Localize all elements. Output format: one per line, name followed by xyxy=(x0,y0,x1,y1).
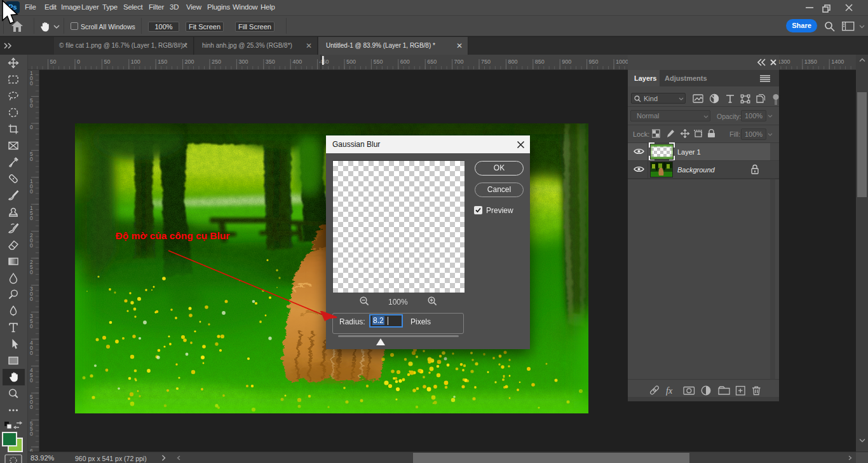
svg-text:0: 0 xyxy=(30,124,33,130)
svg-text:0: 0 xyxy=(30,323,33,329)
svg-text:0: 0 xyxy=(30,350,33,356)
svg-text:600: 600 xyxy=(400,59,410,65)
svg-text:800: 800 xyxy=(508,59,517,65)
svg-text:fx: fx xyxy=(666,386,673,396)
svg-text:650: 650 xyxy=(427,59,437,65)
svg-text:0: 0 xyxy=(30,242,33,249)
svg-text:1300: 1300 xyxy=(777,59,790,65)
svg-text:350: 350 xyxy=(266,59,275,65)
svg-text:700: 700 xyxy=(454,59,464,65)
svg-text:850: 850 xyxy=(535,59,545,65)
svg-text:0: 0 xyxy=(30,80,33,86)
svg-text:100: 100 xyxy=(131,59,140,65)
svg-text:Độ mờ của công cụ Blur: Độ mờ của công cụ Blur xyxy=(116,230,230,241)
svg-text:0: 0 xyxy=(30,404,33,410)
svg-text:50: 50 xyxy=(104,59,110,65)
svg-text:1400: 1400 xyxy=(831,59,844,65)
svg-text:0: 0 xyxy=(30,377,33,384)
svg-text:150: 150 xyxy=(158,59,167,65)
svg-text:1350: 1350 xyxy=(804,59,817,65)
svg-text:900: 900 xyxy=(562,59,571,65)
svg-text:0: 0 xyxy=(30,188,33,195)
svg-text:0: 0 xyxy=(30,215,33,221)
svg-text:0: 0 xyxy=(30,296,33,302)
svg-text:400: 400 xyxy=(292,59,302,65)
svg-text:0: 0 xyxy=(30,431,33,437)
svg-text:0: 0 xyxy=(30,269,33,275)
svg-text:1000: 1000 xyxy=(616,59,628,65)
svg-text:950: 950 xyxy=(589,59,599,65)
svg-text:500: 500 xyxy=(346,59,356,65)
svg-text:750: 750 xyxy=(481,59,491,65)
svg-text:50: 50 xyxy=(50,59,57,65)
svg-text:200: 200 xyxy=(185,59,194,65)
svg-text:250: 250 xyxy=(212,59,221,65)
svg-text:550: 550 xyxy=(373,59,383,65)
svg-text:300: 300 xyxy=(238,59,248,65)
svg-text:0: 0 xyxy=(30,102,33,109)
svg-text:0: 0 xyxy=(77,59,80,65)
svg-text:0: 0 xyxy=(30,156,33,162)
